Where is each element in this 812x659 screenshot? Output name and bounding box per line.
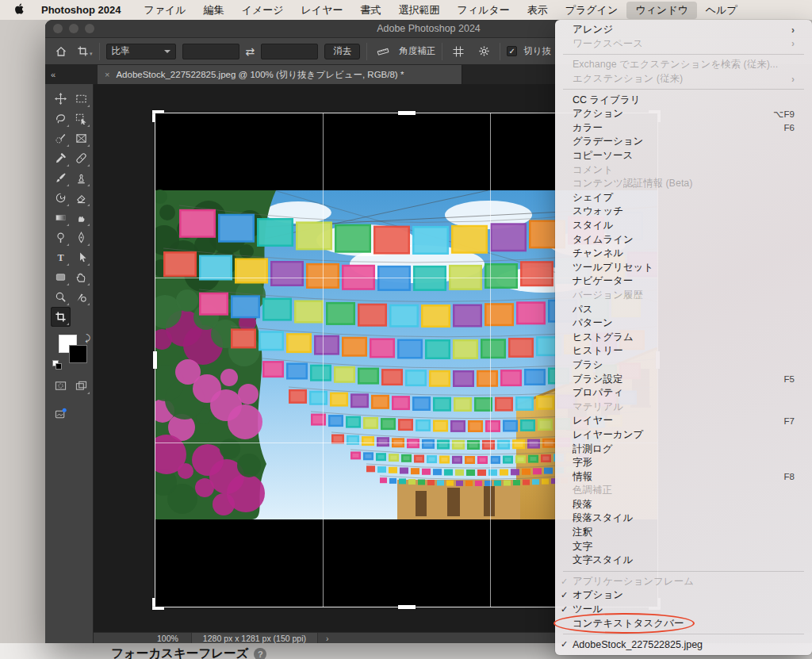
screen-mode-icon-icon[interactable] — [71, 376, 91, 396]
brush-tool-icon[interactable] — [51, 168, 71, 188]
menubar-item-書式[interactable]: 書式 — [351, 2, 389, 19]
menu-item-ブラシ設定[interactable]: ブラシ設定F5 — [555, 372, 812, 386]
clone-stamp-tool-icon[interactable] — [71, 168, 91, 188]
overlay-grid-icon[interactable] — [449, 42, 468, 61]
menu-item-コンテキストタスクバー[interactable]: コンテキストタスクバー — [555, 616, 812, 630]
document-size[interactable]: 1280 px x 1281 px (150 ppi) — [191, 633, 318, 643]
menu-item-段落スタイル[interactable]: 段落スタイル — [555, 511, 812, 526]
menu-item-ヒストグラム[interactable]: ヒストグラム — [555, 330, 812, 344]
menu-item-label: シェイプ — [573, 191, 613, 205]
zoom-tool-icon[interactable] — [51, 287, 71, 307]
crop-handle-bottom-left[interactable] — [152, 598, 164, 610]
pen-tool-icon[interactable] — [71, 228, 91, 247]
apple-icon[interactable] — [8, 3, 32, 17]
menubar-item-イメージ[interactable]: イメージ — [233, 2, 293, 19]
object-selection-tool-icon[interactable] — [71, 109, 91, 128]
swap-dimensions-icon[interactable]: ⇄ — [246, 45, 255, 58]
menu-item-ブラシ[interactable]: ブラシ — [555, 358, 812, 373]
menu-item-AdobeStock_227522825.jpeg[interactable]: ✓AdobeStock_227522825.jpeg — [555, 638, 812, 652]
menu-item-レイヤーカンプ[interactable]: レイヤーカンプ — [555, 428, 812, 443]
menu-item-アレンジ[interactable]: アレンジ› — [555, 23, 812, 37]
type-tool-icon[interactable]: T — [51, 247, 71, 267]
delete-cropped-pixels-checkbox[interactable]: ✓ — [507, 46, 517, 56]
menu-item-スタイル[interactable]: スタイル — [555, 219, 812, 233]
menubar-app-name[interactable]: Photoshop 2024 — [35, 4, 127, 16]
clear-button[interactable]: 消去 — [324, 44, 360, 59]
straighten-icon[interactable] — [373, 42, 393, 61]
crop-handle-top[interactable] — [398, 111, 416, 115]
menu-item-シェイプ[interactable]: シェイプ — [555, 191, 812, 205]
menu-item-オプション[interactable]: ✓オプション — [555, 588, 812, 603]
menu-item-ツールプリセット[interactable]: ツールプリセット — [555, 261, 812, 275]
quick-selection-tool-icon[interactable] — [51, 128, 71, 148]
collapse-panels-icon[interactable]: « — [45, 65, 61, 84]
move-tool-icon[interactable] — [51, 89, 71, 109]
menu-item-プロパティ[interactable]: プロパティ — [555, 386, 812, 400]
document-tab[interactable]: × AdobeStock_227522825.jpeg @ 100% (切り抜き… — [98, 65, 462, 84]
menu-item-パス[interactable]: パス — [555, 302, 812, 316]
healing-brush-tool-icon[interactable] — [71, 148, 91, 168]
eyedropper-tool-icon[interactable] — [51, 148, 71, 168]
crop-handle-top-left[interactable] — [152, 110, 164, 122]
menu-item-アクション[interactable]: アクション⌥F9 — [555, 107, 812, 121]
background-color-swatch[interactable] — [69, 345, 87, 363]
crop-height-field[interactable] — [261, 44, 318, 59]
close-tab-icon[interactable]: × — [105, 70, 109, 79]
share-document-icon-icon[interactable] — [51, 404, 71, 423]
zoom-level[interactable]: 100% — [157, 634, 178, 643]
menu-item-ナビゲーター[interactable]: ナビゲーター — [555, 274, 812, 289]
history-brush-tool-icon[interactable] — [51, 188, 71, 208]
menu-item-パターン[interactable]: パターン — [555, 316, 812, 331]
hand-tool-icon[interactable] — [71, 267, 91, 287]
menubar-item-ファイル[interactable]: ファイル — [135, 2, 194, 19]
swap-colors-icon[interactable]: ⤸ — [85, 333, 90, 343]
quick-mask-mode-icon-icon[interactable] — [51, 376, 71, 396]
menu-item-スウォッチ[interactable]: スウォッチ — [555, 205, 812, 219]
help-icon[interactable]: ? — [254, 648, 266, 659]
menu-item-カラー[interactable]: カラーF6 — [555, 121, 812, 136]
menu-item-字形[interactable]: 字形 — [555, 456, 812, 470]
menu-item-コピーソース[interactable]: コピーソース — [555, 149, 812, 163]
menubar-item-ヘルプ[interactable]: ヘルプ — [697, 2, 746, 19]
menu-item-文字[interactable]: 文字 — [555, 539, 812, 554]
menubar-item-プラグイン[interactable]: プラグイン — [557, 2, 627, 19]
eraser-tool-icon[interactable] — [71, 188, 91, 208]
menu-item-ヒストリー[interactable]: ヒストリー — [555, 344, 812, 358]
menu-item-注釈[interactable]: 注釈 — [555, 526, 812, 540]
menu-item-グラデーション[interactable]: グラデーション — [555, 135, 812, 149]
crop-handle-left[interactable] — [153, 351, 157, 369]
menubar-item-フィルター[interactable]: フィルター — [448, 2, 518, 19]
menu-item-レイヤー[interactable]: レイヤーF7 — [555, 414, 812, 428]
menubar-item-表示[interactable]: 表示 — [519, 2, 557, 19]
menu-item-チャンネル[interactable]: チャンネル — [555, 247, 812, 261]
menubar-item-ウィンドウ[interactable]: ウィンドウ — [626, 2, 697, 19]
rectangular-marquee-tool-icon[interactable] — [71, 89, 91, 109]
crop-handle-bottom[interactable] — [398, 605, 416, 609]
menu-item-情報[interactable]: 情報F8 — [555, 469, 812, 484]
default-colors-icon[interactable] — [52, 360, 62, 370]
gear-icon[interactable] — [474, 42, 493, 61]
menu-item-タイムライン[interactable]: タイムライン — [555, 232, 812, 247]
crop-ratio-select[interactable]: 比率 — [106, 44, 176, 59]
menu-item-ツール[interactable]: ✓ツール — [555, 603, 812, 617]
rectangle-shape-tool-icon[interactable] — [51, 267, 71, 287]
rotate-view-tool-icon[interactable] — [71, 287, 91, 307]
status-chevron-icon[interactable]: › — [326, 634, 329, 643]
menubar-item-レイヤー[interactable]: レイヤー — [293, 2, 352, 19]
frame-tool-icon[interactable] — [71, 128, 91, 148]
menu-item-段落[interactable]: 段落 — [555, 498, 812, 512]
menu-item-文字スタイル[interactable]: 文字スタイル — [555, 554, 812, 568]
crop-width-field[interactable] — [182, 44, 239, 59]
crop-tool-preset-icon[interactable]: ▾ — [77, 45, 93, 57]
smudge-tool-icon[interactable] — [71, 208, 91, 228]
gradient-tool-icon[interactable] — [51, 208, 71, 228]
menubar-item-編集[interactable]: 編集 — [195, 2, 233, 19]
crop-tool-icon[interactable] — [51, 307, 71, 327]
menubar-item-選択範囲[interactable]: 選択範囲 — [389, 2, 448, 19]
menu-item-計測ログ[interactable]: 計測ログ — [555, 442, 812, 456]
home-icon[interactable] — [52, 42, 71, 61]
lasso-tool-icon[interactable] — [51, 109, 71, 128]
dodge-tool-icon[interactable] — [51, 228, 71, 247]
menu-item-CC ライブラリ[interactable]: CC ライブラリ — [555, 93, 812, 107]
path-selection-tool-icon[interactable] — [71, 247, 91, 267]
